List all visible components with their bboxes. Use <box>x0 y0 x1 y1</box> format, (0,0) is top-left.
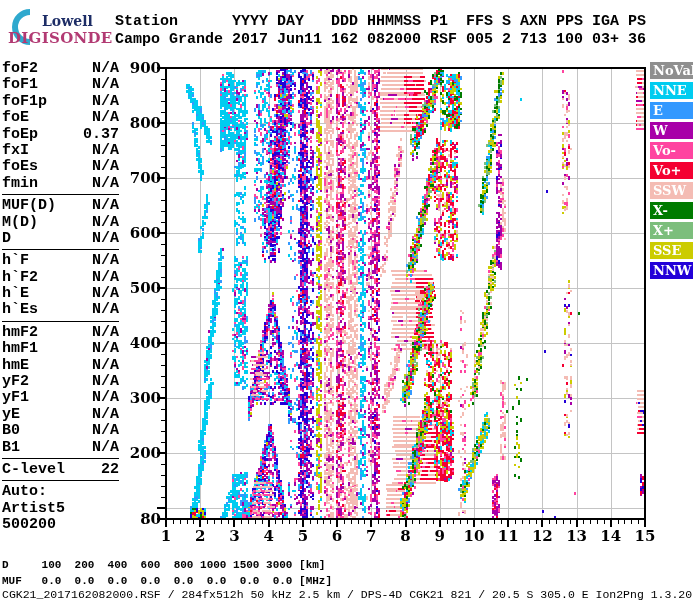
parameter-value: N/A <box>92 110 119 126</box>
parameter-value: N/A <box>92 231 119 247</box>
parameter-group: Auto:Artist5500200 <box>2 484 119 535</box>
parameter-row: Artist5 <box>2 501 119 517</box>
parameter-value: N/A <box>92 423 119 439</box>
parameter-label: hmF1 <box>2 341 38 357</box>
parameter-group: hmF2N/AhmF1N/AhmEN/AyF2N/AyF1N/AyEN/AB0N… <box>2 325 119 459</box>
parameter-label: h`F2 <box>2 270 38 286</box>
legend-entry-x-: X- <box>650 202 693 219</box>
parameter-label: foF1p <box>2 94 47 110</box>
parameter-row: foF1N/A <box>2 77 119 93</box>
parameter-label: fxI <box>2 143 29 159</box>
parameter-row: foF1pN/A <box>2 94 119 110</box>
parameter-label: Auto: <box>2 484 47 500</box>
parameter-label: yE <box>2 407 20 423</box>
parameter-row: h`EN/A <box>2 286 119 302</box>
legend-entry-noval: NoVal <box>650 62 693 79</box>
parameter-row: h`F2N/A <box>2 270 119 286</box>
parameter-row: C-level22 <box>2 462 119 478</box>
parameter-row: fxIN/A <box>2 143 119 159</box>
parameter-value: N/A <box>92 358 119 374</box>
parameter-value: N/A <box>92 94 119 110</box>
parameter-value: N/A <box>92 77 119 93</box>
parameter-row: foEsN/A <box>2 159 119 175</box>
parameter-label: Artist5 <box>2 501 65 517</box>
lowell-digisonde-logo: Lowell DIGISONDE <box>3 5 115 55</box>
parameter-label: yF1 <box>2 390 29 406</box>
parameter-value: N/A <box>92 341 119 357</box>
legend-entry-sse: SSE <box>650 242 693 259</box>
parameter-row: foEp0.37 <box>2 127 119 143</box>
parameter-row: hmF1N/A <box>2 341 119 357</box>
legend-entry-nne: NNE <box>650 82 693 99</box>
legend-entry-w: W <box>650 122 693 139</box>
parameter-label: h`E <box>2 286 29 302</box>
parameter-label: hmE <box>2 358 29 374</box>
parameter-row: h`FN/A <box>2 253 119 269</box>
parameter-label: foEs <box>2 159 38 175</box>
parameter-label: h`F <box>2 253 29 269</box>
parameter-value: N/A <box>92 302 119 318</box>
parameter-label: hmF2 <box>2 325 38 341</box>
parameter-label: 500200 <box>2 517 56 533</box>
header-field-values-row: Campo Grande 2017 Jun11 162 082000 RSF 0… <box>115 31 646 48</box>
parameter-label: h`Es <box>2 302 38 318</box>
parameter-label: B0 <box>2 423 20 439</box>
parameter-row: 500200 <box>2 517 119 533</box>
parameter-value: 22 <box>101 462 119 478</box>
parameter-value: N/A <box>92 440 119 456</box>
parameter-row: Auto: <box>2 484 119 500</box>
parameter-label: D <box>2 231 11 247</box>
legend-entry-e: E <box>650 102 693 119</box>
parameter-panel: foF2N/AfoF1N/AfoF1pN/AfoEN/AfoEp0.37fxIN… <box>2 61 119 539</box>
parameter-label: B1 <box>2 440 20 456</box>
parameter-value: N/A <box>92 270 119 286</box>
parameter-value: N/A <box>92 215 119 231</box>
parameter-row: yF1N/A <box>2 390 119 406</box>
parameter-row: DN/A <box>2 231 119 247</box>
parameter-row: B0N/A <box>2 423 119 439</box>
status-line: CGK21_2017162082000.RSF / 284fx512h 50 k… <box>2 588 692 600</box>
legend-entry-x+: X+ <box>650 222 693 239</box>
digisonde-ionogram-app: Lowell DIGISONDE Station YYYY DAY DDD HH… <box>0 0 700 600</box>
parameter-row: hmF2N/A <box>2 325 119 341</box>
parameter-label: foF2 <box>2 61 38 77</box>
parameter-value: N/A <box>92 374 119 390</box>
parameter-label: yF2 <box>2 374 29 390</box>
parameter-row: hmEN/A <box>2 358 119 374</box>
muf-row: MUF 0.0 0.0 0.0 0.0 0.0 0.0 0.0 0.0 [MHz… <box>2 575 332 587</box>
parameter-group: MUF(D)N/AM(D)N/ADN/A <box>2 198 119 250</box>
parameter-row: fminN/A <box>2 176 119 192</box>
legend-entry-vo+: Vo+ <box>650 162 693 179</box>
distance-row: D 100 200 400 600 800 1000 1500 3000 [km… <box>2 559 325 571</box>
parameter-label: foEp <box>2 127 38 143</box>
parameter-label: M(D) <box>2 215 38 231</box>
header-field-names-row: Station YYYY DAY DDD HHMMSS P1 FFS S AXN… <box>115 13 646 30</box>
parameter-row: yEN/A <box>2 407 119 423</box>
parameter-row: foEN/A <box>2 110 119 126</box>
parameter-row: foF2N/A <box>2 61 119 77</box>
parameter-label: C-level <box>2 462 65 478</box>
parameter-group: foF2N/AfoF1N/AfoF1pN/AfoEN/AfoEp0.37fxIN… <box>2 61 119 195</box>
parameter-row: B1N/A <box>2 440 119 456</box>
parameter-value: N/A <box>92 176 119 192</box>
parameter-value: N/A <box>92 286 119 302</box>
parameter-label: foE <box>2 110 29 126</box>
echo-color-legend: NoValNNEEWVo-Vo+SSWX-X+SSENNW <box>650 62 693 282</box>
parameter-row: M(D)N/A <box>2 215 119 231</box>
logo-digisonde-text: DIGISONDE <box>8 29 113 47</box>
parameter-value: 0.37 <box>83 127 119 143</box>
parameter-value: N/A <box>92 390 119 406</box>
parameter-row: h`EsN/A <box>2 302 119 318</box>
parameter-value: N/A <box>92 407 119 423</box>
legend-entry-ssw: SSW <box>650 182 693 199</box>
parameter-row: yF2N/A <box>2 374 119 390</box>
parameter-value: N/A <box>92 159 119 175</box>
parameter-value: N/A <box>92 143 119 159</box>
parameter-group: h`FN/Ah`F2N/Ah`EN/Ah`EsN/A <box>2 253 119 322</box>
parameter-group: C-level22 <box>2 462 119 481</box>
parameter-value: N/A <box>92 61 119 77</box>
parameter-label: fmin <box>2 176 38 192</box>
parameter-label: MUF(D) <box>2 198 56 214</box>
parameter-label: foF1 <box>2 77 38 93</box>
parameter-row: MUF(D)N/A <box>2 198 119 214</box>
